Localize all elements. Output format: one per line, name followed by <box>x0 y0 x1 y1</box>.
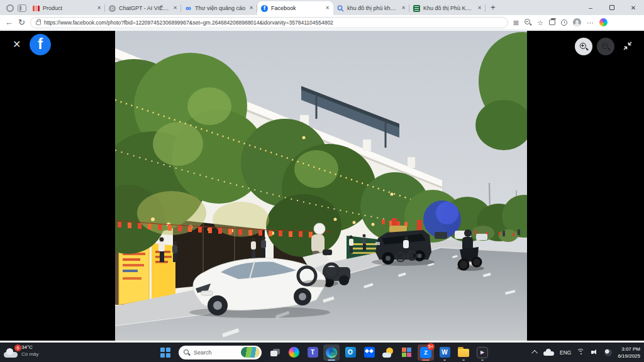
street-photo[interactable] <box>115 31 527 341</box>
tab-title: Khu đô thị Phù Khê - Từ Sơ <box>423 5 474 11</box>
taskbar-center: Search T O Z 5+ W ▶ <box>157 343 491 362</box>
media-player-button[interactable]: ▶ <box>474 344 491 361</box>
language-indicator[interactable]: ENG <box>560 349 571 356</box>
photos-icon <box>402 348 412 358</box>
tab-title: Thư viện quảng cáo <box>195 5 246 11</box>
dropbox-icon <box>364 347 375 358</box>
favorites-star-icon[interactable]: ☆ <box>537 18 543 27</box>
zoom-minus-glyph <box>526 21 528 22</box>
photos-button[interactable] <box>399 344 415 361</box>
edge-button[interactable] <box>323 344 340 361</box>
collections-icon[interactable] <box>549 19 555 25</box>
cloud-weather-icon: 6 <box>4 348 18 358</box>
tab-ads-library[interactable]: ∞ Thư viện quảng cáo ✕ <box>181 1 257 15</box>
system-tray: ENG 3:07 PM 6/19/2025 <box>533 343 641 362</box>
chatgpt-favicon-icon <box>109 5 116 12</box>
zalo-button[interactable]: Z 5+ <box>418 344 434 361</box>
page-zoom-icon[interactable] <box>525 19 531 26</box>
tab-close-icon[interactable]: ✕ <box>477 5 482 11</box>
browser-tab-strip: Product ✕ ChatGPT - AI VIẾT QUẢNG ✕ ∞ Th… <box>0 0 644 15</box>
volume-icon[interactable] <box>591 349 599 356</box>
tab-actions-icon[interactable] <box>18 4 26 12</box>
desktop-screen: Product ✕ ChatGPT - AI VIẾT QUẢNG ✕ ∞ Th… <box>0 0 644 362</box>
search-placeholder: Search <box>194 349 237 356</box>
tab-close-icon[interactable]: ✕ <box>401 5 406 11</box>
battery-status-icon[interactable] <box>604 349 612 356</box>
tab-chatgpt[interactable]: ChatGPT - AI VIẾT QUẢNG ✕ <box>105 1 181 15</box>
maximize-button[interactable] <box>601 0 623 15</box>
viewer-close-icon[interactable]: ✕ <box>13 38 21 50</box>
facebook-logo[interactable]: f <box>30 34 51 55</box>
tab-product[interactable]: Product ✕ <box>29 1 105 15</box>
product-favicon-icon <box>33 6 40 11</box>
copilot-button[interactable] <box>286 344 302 361</box>
history-icon[interactable] <box>561 19 567 26</box>
photo-zoom-out-button[interactable] <box>597 38 614 55</box>
weather-widget[interactable]: 6 34°C Có mây <box>4 344 39 358</box>
taskbar-clock[interactable]: 3:07 PM 6/19/2025 <box>618 346 640 359</box>
onedrive-cloud-icon[interactable] <box>543 349 554 356</box>
windows-logo-icon <box>160 348 170 358</box>
tab-search-phu-khe[interactable]: khu đô thị phù khê từ sơn ✕ <box>333 1 409 15</box>
folder-icon <box>458 349 469 358</box>
refresh-button[interactable]: ↻ <box>18 18 25 27</box>
task-view-icon <box>270 349 280 356</box>
new-tab-button[interactable]: + <box>491 3 496 12</box>
play-icon: ▶ <box>477 347 488 358</box>
start-button[interactable] <box>157 344 174 361</box>
windows-taskbar: 6 34°C Có mây Search T O <box>0 343 644 362</box>
tab-close-icon[interactable]: ✕ <box>173 5 177 11</box>
wifi-icon[interactable] <box>577 349 586 356</box>
sun-cloud-icon <box>382 347 394 358</box>
photo-zoom-in-button[interactable] <box>575 38 592 55</box>
outlook-button[interactable]: O <box>342 344 358 361</box>
file-explorer-button[interactable] <box>455 344 472 361</box>
close-window-button[interactable]: ✕ <box>623 0 644 15</box>
meta-favicon-icon: ∞ <box>185 5 192 12</box>
search-icon <box>184 349 190 356</box>
word-button[interactable]: W <box>436 344 453 361</box>
tab-phu-khe-site[interactable]: Khu đô thị Phù Khê - Từ Sơ ✕ <box>409 1 486 15</box>
copilot-icon <box>289 347 299 358</box>
task-view-button[interactable] <box>267 344 283 361</box>
hidden-icons-chevron-icon[interactable] <box>531 350 538 356</box>
teams-button[interactable]: T <box>304 344 321 361</box>
outlook-icon: O <box>345 347 356 358</box>
workspaces-icon[interactable] <box>6 4 14 12</box>
zoom-out-icon <box>602 43 610 51</box>
window-controls: – ✕ <box>580 0 644 15</box>
time-label: 3:07 PM <box>621 346 640 353</box>
tab-title: Product <box>43 5 94 11</box>
profile-avatar[interactable] <box>573 18 581 26</box>
dropbox-button[interactable] <box>361 344 377 361</box>
tab-close-icon[interactable]: ✕ <box>325 5 330 11</box>
copilot-icon[interactable] <box>599 18 608 26</box>
facebook-photo-viewer: ✕ f <box>0 31 644 341</box>
tab-facebook[interactable]: f Facebook ✕ <box>257 1 333 15</box>
toolbar-icons: ⊞ ☆ ⋯ <box>513 18 608 27</box>
minimize-button[interactable]: – <box>580 0 601 15</box>
tab-title: ChatGPT - AI VIẾT QUẢNG <box>119 5 170 11</box>
weather-app-button[interactable] <box>380 344 396 361</box>
teams-icon: T <box>308 347 318 358</box>
lock-icon[interactable] <box>36 21 41 25</box>
back-button[interactable]: ← <box>5 18 13 27</box>
taskbar-search-box[interactable]: Search <box>179 346 262 359</box>
address-bar[interactable]: https://www.facebook.com/photo?fbid=1220… <box>30 17 508 28</box>
tab-close-icon[interactable]: ✕ <box>97 5 101 11</box>
weather-condition-label: Có mây <box>21 351 39 358</box>
temperature-label: 34°C <box>21 344 39 351</box>
tab-close-icon[interactable]: ✕ <box>249 5 253 11</box>
edge-icon <box>326 347 337 358</box>
notification-badge: 6 <box>14 344 21 351</box>
facebook-favicon-icon: f <box>261 5 268 12</box>
word-icon: W <box>440 347 450 358</box>
exit-fullscreen-button[interactable] <box>623 41 633 53</box>
settings-menu-icon[interactable]: ⋯ <box>587 18 594 27</box>
search-favicon-icon <box>337 5 344 12</box>
split-screen-icon[interactable]: ⊞ <box>513 18 519 27</box>
url-text[interactable]: https://www.facebook.com/photo?fbid=1220… <box>44 19 333 26</box>
restore-icon <box>609 5 614 10</box>
site-favicon-icon <box>413 5 420 12</box>
collapse-arrows-icon <box>623 41 633 51</box>
